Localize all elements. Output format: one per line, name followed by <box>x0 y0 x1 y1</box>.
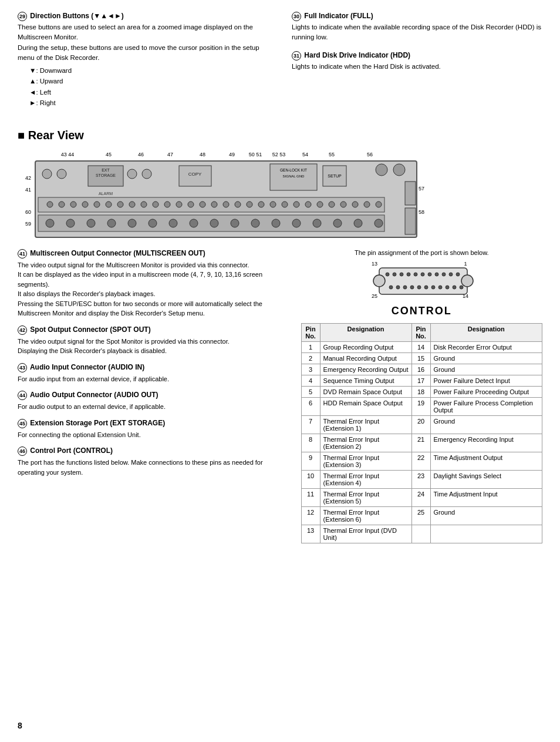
svg-point-45 <box>129 202 135 207</box>
svg-text:13: 13 <box>372 261 377 267</box>
item-42-title: 42 Spot Output Connector (SPOT OUT) <box>18 325 284 335</box>
svg-point-104 <box>396 286 400 289</box>
rear-panel-diagram: 43 44 45 46 47 48 49 50 51 52 53 54 55 5… <box>18 149 542 249</box>
item-29-block: 29 Direction Buttons (▼▲◄►) These button… <box>18 12 268 109</box>
pin-cell-3-1: 4 <box>301 375 320 386</box>
bullet-up: ▲: Upward <box>29 76 268 86</box>
svg-text:52 53: 52 53 <box>272 152 286 157</box>
table-row: 2 Manual Recording Output 15 Ground <box>301 352 542 364</box>
item-30-block: 30 Full Indicator (FULL) Lights to indic… <box>292 12 542 43</box>
svg-text:SETUP: SETUP <box>328 174 342 178</box>
svg-point-61 <box>317 202 323 207</box>
svg-point-102 <box>456 273 460 276</box>
bullet-left: ◄: Left <box>29 87 268 98</box>
svg-rect-34 <box>405 182 416 205</box>
table-row: 3 Emergency Recording Output 16 Ground <box>301 364 542 375</box>
svg-point-111 <box>446 286 449 289</box>
svg-point-75 <box>190 219 198 227</box>
svg-point-46 <box>141 202 147 207</box>
svg-point-77 <box>231 219 239 227</box>
des-cell-10-1: Thermal Error Input (Extension 5) <box>320 488 411 506</box>
svg-text:COPY: COPY <box>188 172 202 177</box>
table-row: 4 Sequence Timing Output 17 Power Failur… <box>301 375 542 386</box>
pin-cell-7-2: 21 <box>411 434 430 452</box>
item-42-block: 42 Spot Output Connector (SPOT OUT) The … <box>18 325 284 356</box>
table-row: 7 Thermal Error Input (Extension 1) 20 G… <box>301 415 542 434</box>
svg-text:1: 1 <box>464 261 467 267</box>
svg-point-43 <box>106 202 112 207</box>
pin-cell-7-1: 8 <box>301 434 320 452</box>
svg-point-97 <box>421 273 424 276</box>
pin-cell-8-2: 22 <box>411 452 430 470</box>
svg-point-32 <box>376 164 387 176</box>
svg-point-84 <box>375 219 383 227</box>
svg-text:42: 42 <box>25 175 31 181</box>
svg-point-55 <box>247 202 252 207</box>
bottom-section: 41 Multiscreen Output Connector (MULTISC… <box>18 249 542 543</box>
item-30-desc: Lights to indicate when the available re… <box>292 22 542 43</box>
svg-point-99 <box>435 273 438 276</box>
svg-text:STORAGE: STORAGE <box>96 173 116 177</box>
svg-point-68 <box>46 219 54 227</box>
pin-cell-5-1: 6 <box>301 397 320 415</box>
svg-point-64 <box>352 202 358 207</box>
item-31-block: 31 Hard Disk Drive Indicator (HDD) Light… <box>292 51 542 72</box>
svg-point-95 <box>407 273 410 276</box>
bullet-down: ▼: Downward <box>29 65 268 76</box>
des-cell-2-1: Emergency Recording Output <box>320 364 411 375</box>
item-45-block: 45 Extension Storage Port (EXT STORAGE) … <box>18 419 284 440</box>
svg-point-24 <box>57 169 66 179</box>
top-left-col: 29 Direction Buttons (▼▲◄►) These button… <box>18 12 268 117</box>
svg-point-109 <box>431 286 435 289</box>
svg-text:60: 60 <box>25 209 31 215</box>
table-row: 9 Thermal Error Input (Extension 3) 22 T… <box>301 452 542 470</box>
svg-point-41 <box>82 202 88 207</box>
svg-rect-89 <box>379 268 467 294</box>
table-row: 6 HDD Remain Space Output 19 Power Failu… <box>301 397 542 415</box>
circle-31: 31 <box>292 51 301 61</box>
des-cell-0-2: Disk Recorder Error Output <box>430 341 542 352</box>
bottom-left-col: 41 Multiscreen Output Connector (MULTISC… <box>18 249 284 543</box>
table-row: 12 Thermal Error Input (Extension 6) 25 … <box>301 506 542 525</box>
table-row: 11 Thermal Error Input (Extension 5) 24 … <box>301 488 542 506</box>
svg-point-81 <box>313 219 321 227</box>
pin-cell-1-2: 15 <box>411 352 430 364</box>
item-43-desc: For audio input from an external device,… <box>18 374 284 384</box>
svg-point-94 <box>400 273 403 276</box>
item-45-title: 45 Extension Storage Port (EXT STORAGE) <box>18 419 284 428</box>
th-pin2: PinNo. <box>411 323 430 341</box>
des-cell-0-1: Group Recording Output <box>320 341 411 352</box>
svg-point-53 <box>223 202 229 207</box>
des-cell-9-2: Daylight Savings Select <box>430 470 542 488</box>
svg-point-79 <box>272 219 280 227</box>
control-port-svg: 13 1 25 14 <box>363 260 480 301</box>
pin-cell-8-1: 9 <box>301 452 320 470</box>
rear-view-title: Rear View <box>18 129 542 142</box>
svg-point-69 <box>66 219 75 227</box>
svg-point-72 <box>128 219 136 227</box>
pin-cell-3-2: 17 <box>411 375 430 386</box>
svg-point-54 <box>235 202 241 207</box>
svg-text:ALARM: ALARM <box>99 192 113 196</box>
svg-text:41: 41 <box>25 187 31 193</box>
svg-point-113 <box>460 286 463 289</box>
svg-point-101 <box>449 273 453 276</box>
circle-41: 41 <box>18 249 27 258</box>
control-port-area: The pin assignment of the port is shown … <box>301 249 542 317</box>
svg-point-76 <box>210 219 218 227</box>
svg-point-108 <box>424 286 428 289</box>
svg-point-100 <box>442 273 446 276</box>
item-46-block: 46 Control Port (CONTROL) The port has t… <box>18 446 284 477</box>
svg-text:59: 59 <box>25 221 31 227</box>
item-41-block: 41 Multiscreen Output Connector (MULTISC… <box>18 249 284 318</box>
des-cell-3-1: Sequence Timing Output <box>320 375 411 386</box>
table-row: 5 DVD Remain Space Output 18 Power Failu… <box>301 386 542 397</box>
pin-cell-9-2: 23 <box>411 470 430 488</box>
item-44-title: 44 Audio Output Connector (AUDIO OUT) <box>18 391 284 400</box>
top-section: 29 Direction Buttons (▼▲◄►) These button… <box>18 12 542 117</box>
svg-text:EXT: EXT <box>102 168 110 172</box>
th-des1: Designation <box>320 323 411 341</box>
item-41-desc: The video output signal for the Multiscr… <box>18 260 284 318</box>
des-cell-5-1: HDD Remain Space Output <box>320 397 411 415</box>
th-pin1: PinNo. <box>301 323 320 341</box>
